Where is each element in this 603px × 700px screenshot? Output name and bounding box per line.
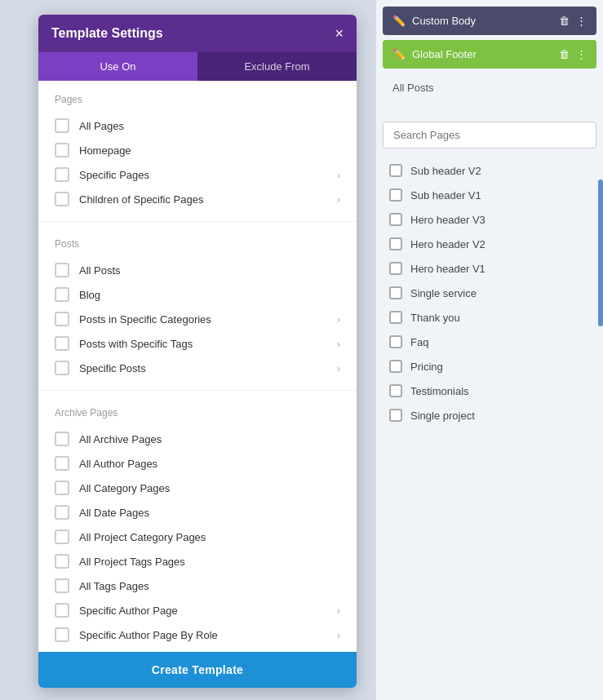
item-left-footer: ✏️ Global Footer xyxy=(392,48,477,60)
checkbox-author-by-role[interactable] xyxy=(55,627,69,642)
option-all-project-tags-pages[interactable]: All Project Tags Pages xyxy=(55,549,340,574)
checkbox-faq[interactable] xyxy=(389,335,402,348)
checkbox-specific-author[interactable] xyxy=(55,603,69,618)
checkbox-posts-tags[interactable] xyxy=(55,336,69,351)
checkbox-single-service[interactable] xyxy=(389,286,402,299)
modal-title: Template Settings xyxy=(51,26,163,41)
list-item[interactable]: Sub header V1 xyxy=(383,183,596,207)
item-left: ✏️ Custom Body xyxy=(392,15,476,27)
more-icon-footer[interactable]: ⋮ xyxy=(576,48,587,60)
all-posts-label: All Posts xyxy=(383,73,596,102)
checkbox-sub-header-v1[interactable] xyxy=(389,188,402,202)
chevron-right-icon: › xyxy=(337,169,340,181)
option-label: All Project Category Pages xyxy=(79,531,340,543)
checkbox-pricing[interactable] xyxy=(389,360,402,373)
option-specific-posts[interactable]: Specific Posts › xyxy=(55,356,340,380)
page-item-label: Testimonials xyxy=(410,385,469,397)
search-pages-input[interactable] xyxy=(383,122,596,148)
option-label: All Posts xyxy=(79,264,340,277)
checkbox-specific-pages[interactable] xyxy=(55,167,69,182)
custom-body-label: Custom Body xyxy=(412,15,476,27)
option-posts-specific-tags[interactable]: Posts with Specific Tags › xyxy=(55,331,340,356)
option-homepage[interactable]: Homepage xyxy=(55,138,340,162)
checkbox-children-pages[interactable] xyxy=(55,192,69,206)
list-item[interactable]: Hero header V1 xyxy=(383,256,596,281)
option-children-specific-pages[interactable]: Children of Specific Pages › xyxy=(55,187,340,211)
option-label: Blog xyxy=(79,289,340,301)
checkbox-testimonials[interactable] xyxy=(389,384,402,397)
page-item-label: Hero header V1 xyxy=(410,263,486,275)
checkbox-specific-posts[interactable] xyxy=(55,361,69,375)
custom-body-item[interactable]: ✏️ Custom Body 🗑 ⋮ xyxy=(383,7,596,35)
chevron-right-icon: › xyxy=(337,313,340,326)
checkbox-project-category[interactable] xyxy=(55,529,69,544)
checkbox-all-author[interactable] xyxy=(55,456,69,471)
checkbox-all-tags[interactable] xyxy=(55,578,69,593)
option-all-archive-pages[interactable]: All Archive Pages xyxy=(55,427,340,451)
posts-section-title: Posts xyxy=(55,238,340,250)
checkbox-all-pages[interactable] xyxy=(55,118,69,133)
option-all-tags-pages[interactable]: All Tags Pages xyxy=(55,574,340,598)
option-all-posts[interactable]: All Posts xyxy=(55,258,340,282)
page-item-label: Single service xyxy=(410,287,477,299)
option-label: Specific Pages xyxy=(79,169,327,181)
checkbox-thank-you[interactable] xyxy=(389,311,402,324)
page-item-label: Faq xyxy=(410,336,428,348)
trash-icon[interactable]: 🗑 xyxy=(559,15,570,27)
option-label: All Author Pages xyxy=(79,458,340,470)
list-item[interactable]: Single project xyxy=(383,403,596,428)
list-item[interactable]: Single service xyxy=(383,281,596,305)
tab-exclude-from[interactable]: Exclude From xyxy=(197,52,357,81)
checkbox-project-tags[interactable] xyxy=(55,554,69,569)
checkbox-blog[interactable] xyxy=(55,287,69,302)
list-item[interactable]: Testimonials xyxy=(383,379,596,403)
checkbox-all-posts[interactable] xyxy=(55,263,69,277)
checkbox-homepage[interactable] xyxy=(55,143,69,157)
modal-body: Pages All Pages Homepage Specific Pages … xyxy=(38,81,357,652)
option-label: Specific Author Page xyxy=(79,605,327,617)
option-label: Specific Posts xyxy=(79,362,327,374)
right-header: ✏️ Custom Body 🗑 ⋮ ✏️ Global Footer 🗑 ⋮ … xyxy=(376,0,603,109)
option-specific-author-page[interactable]: Specific Author Page › xyxy=(55,598,340,622)
option-specific-pages[interactable]: Specific Pages › xyxy=(55,162,340,187)
option-specific-author-page-by-role[interactable]: Specific Author Page By Role › xyxy=(55,622,340,647)
create-template-button[interactable]: Create Template xyxy=(38,652,357,688)
checkbox-hero-v1[interactable] xyxy=(389,262,402,275)
chevron-right-icon: › xyxy=(337,629,340,641)
option-label: Homepage xyxy=(79,144,340,157)
tab-use-on[interactable]: Use On xyxy=(38,52,197,81)
checkbox-single-project[interactable] xyxy=(389,409,402,422)
pages-section: Pages All Pages Homepage Specific Pages … xyxy=(38,81,357,218)
checkbox-hero-v2[interactable] xyxy=(389,237,402,250)
checkbox-hero-v3[interactable] xyxy=(389,213,402,226)
chevron-right-icon: › xyxy=(337,338,340,350)
list-item[interactable]: Hero header V2 xyxy=(383,232,596,256)
more-icon[interactable]: ⋮ xyxy=(576,15,587,27)
trash-icon-footer[interactable]: 🗑 xyxy=(559,48,570,60)
list-item[interactable]: Thank you xyxy=(383,305,596,330)
page-item-label: Hero header V2 xyxy=(410,238,486,250)
right-panel: ✏️ Custom Body 🗑 ⋮ ✏️ Global Footer 🗑 ⋮ … xyxy=(376,0,603,700)
option-all-author-pages[interactable]: All Author Pages xyxy=(55,451,340,476)
page-item-label: Pricing xyxy=(410,361,443,373)
right-scrollbar[interactable] xyxy=(598,179,603,326)
option-posts-specific-categories[interactable]: Posts in Specific Categories › xyxy=(55,307,340,331)
option-all-date-pages[interactable]: All Date Pages xyxy=(55,500,340,525)
list-item[interactable]: Hero header V3 xyxy=(383,207,596,232)
list-item[interactable]: Faq xyxy=(383,330,596,354)
option-all-pages[interactable]: All Pages xyxy=(55,113,340,138)
list-item[interactable]: Pricing xyxy=(383,354,596,379)
checkbox-all-category[interactable] xyxy=(55,481,69,495)
checkbox-posts-categories[interactable] xyxy=(55,312,69,326)
checkbox-all-archive[interactable] xyxy=(55,432,69,446)
list-item[interactable]: Sub header V2 xyxy=(383,158,596,183)
modal-close-button[interactable]: × xyxy=(335,26,344,41)
option-all-project-category-pages[interactable]: All Project Category Pages xyxy=(55,525,340,549)
global-footer-item[interactable]: ✏️ Global Footer 🗑 ⋮ xyxy=(383,40,596,69)
checkbox-all-date[interactable] xyxy=(55,505,69,520)
checkbox-sub-header-v2[interactable] xyxy=(389,164,402,177)
modal-header: Template Settings × xyxy=(38,15,357,52)
option-all-category-pages[interactable]: All Category Pages xyxy=(55,476,340,500)
option-blog[interactable]: Blog xyxy=(55,282,340,307)
pencil-icon-footer: ✏️ xyxy=(392,48,406,60)
